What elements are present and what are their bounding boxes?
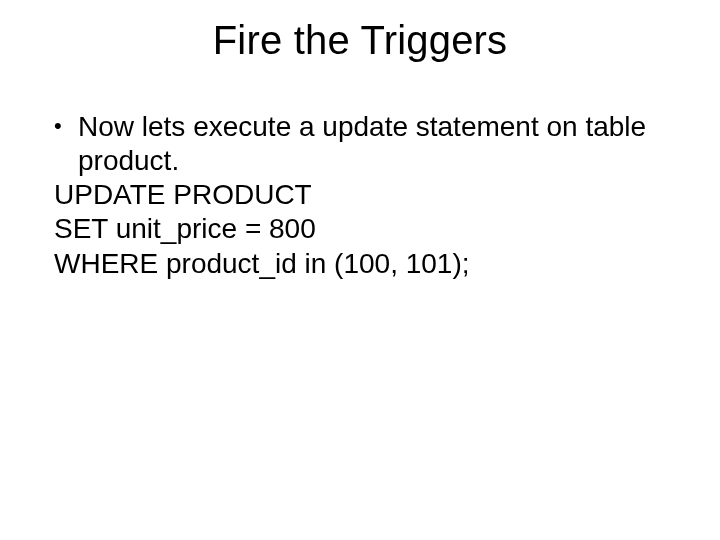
code-line-3: WHERE product_id in (100, 101); <box>54 247 666 281</box>
bullet-text: Now lets execute a update statement on t… <box>78 110 666 178</box>
bullet-item: • Now lets execute a update statement on… <box>54 110 666 178</box>
code-line-2: SET unit_price = 800 <box>54 212 666 246</box>
code-line-1: UPDATE PRODUCT <box>54 178 666 212</box>
slide-body: • Now lets execute a update statement on… <box>54 110 666 281</box>
bullet-marker-icon: • <box>54 110 78 142</box>
slide: Fire the Triggers • Now lets execute a u… <box>0 0 720 540</box>
slide-title: Fire the Triggers <box>0 18 720 63</box>
